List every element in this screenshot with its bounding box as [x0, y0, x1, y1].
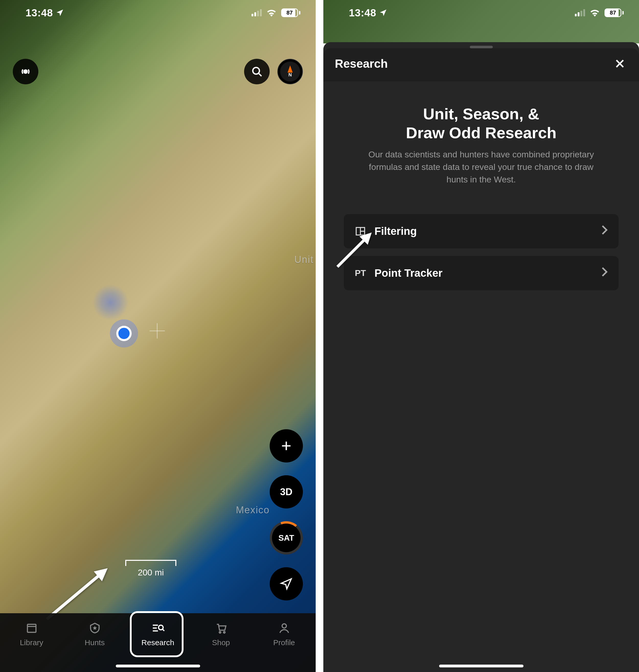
hunts-icon [88, 621, 102, 635]
research-icon [151, 621, 165, 635]
sheet-drag-handle[interactable] [470, 46, 493, 48]
cell-signal-icon [251, 9, 262, 16]
search-button[interactable] [244, 59, 270, 84]
point-tracker-button[interactable]: PT Point Tracker [344, 256, 619, 290]
svg-point-16 [282, 624, 286, 628]
layer-sat-button[interactable]: SAT [270, 521, 303, 555]
svg-point-14 [219, 631, 221, 633]
map-label-united-states: Unit [294, 254, 314, 265]
tab-label: Profile [273, 638, 295, 647]
add-button[interactable] [270, 429, 303, 463]
tab-shop[interactable]: Shop [198, 621, 244, 647]
status-bar: 13:48 87 [0, 0, 316, 26]
bottom-tab-bar: Library Hunts Research Shop Profile [0, 613, 316, 672]
home-indicator [439, 665, 524, 667]
home-indicator [116, 665, 200, 667]
research-sheet: Research Unit, Season, & Draw Odd Resear… [323, 42, 639, 672]
tab-profile[interactable]: Profile [261, 621, 307, 647]
compass-north-label: N [289, 72, 292, 78]
compass-needle-icon [287, 65, 293, 73]
profile-icon [277, 621, 291, 635]
sat-label: SAT [278, 533, 294, 543]
svg-point-15 [223, 631, 225, 633]
hero-subtitle: Our data scientists and hunters have com… [364, 148, 599, 186]
phone-map-screen: Unit Mexico 13:48 87 N 3D SAT [0, 0, 316, 672]
status-time: 13:48 [26, 7, 53, 19]
tab-library[interactable]: Library [9, 621, 55, 647]
cell-signal-icon [575, 9, 585, 16]
tab-research[interactable]: Research [135, 621, 181, 647]
shop-icon [214, 621, 228, 635]
chevron-right-icon [601, 267, 608, 279]
map-crosshair-icon [150, 323, 165, 339]
location-services-icon [379, 9, 388, 17]
point-tracker-badge: PT [354, 267, 367, 279]
wifi-icon [590, 9, 600, 17]
chevron-right-icon [601, 225, 608, 237]
point-tracker-label: Point Tracker [374, 267, 442, 279]
broadcast-button[interactable] [13, 59, 38, 84]
battery-indicator: 87 [281, 9, 300, 17]
svg-line-2 [259, 74, 262, 76]
battery-indicator: 87 [605, 9, 624, 17]
sheet-header: Research [323, 48, 639, 81]
wifi-icon [266, 9, 277, 17]
sheet-body: Unit, Season, & Draw Odd Research Our da… [323, 81, 639, 290]
tab-hunts[interactable]: Hunts [72, 621, 118, 647]
svg-rect-7 [27, 624, 36, 632]
svg-point-1 [253, 67, 260, 74]
3d-label: 3D [280, 486, 293, 497]
locate-me-button[interactable] [270, 567, 303, 601]
status-bar: 13:48 87 [323, 0, 639, 26]
svg-point-12 [158, 625, 163, 630]
svg-line-13 [162, 629, 165, 631]
tab-label: Hunts [84, 638, 105, 647]
user-location-marker [110, 319, 138, 348]
location-services-icon [56, 9, 64, 17]
compass-button[interactable]: N [277, 59, 303, 84]
status-time: 13:48 [349, 7, 376, 19]
tab-label: Library [20, 638, 44, 647]
phone-research-screen: 13:48 87 Research Unit, Season, & Draw O… [323, 0, 639, 672]
filtering-button[interactable]: Filtering [344, 214, 619, 249]
sheet-title: Research [335, 57, 388, 70]
tab-label: Research [141, 638, 174, 647]
filtering-label: Filtering [374, 225, 417, 237]
library-icon [25, 621, 39, 635]
map-label-mexico: Mexico [236, 505, 270, 516]
map-scale-label: 200 mi [138, 567, 164, 577]
tab-label: Shop [212, 638, 230, 647]
map-scale: 200 mi [125, 560, 176, 577]
close-button[interactable] [612, 56, 627, 71]
3d-toggle-button[interactable]: 3D [270, 475, 303, 509]
hero-title: Unit, Season, & Draw Odd Research [336, 105, 626, 143]
svg-point-0 [24, 70, 27, 73]
